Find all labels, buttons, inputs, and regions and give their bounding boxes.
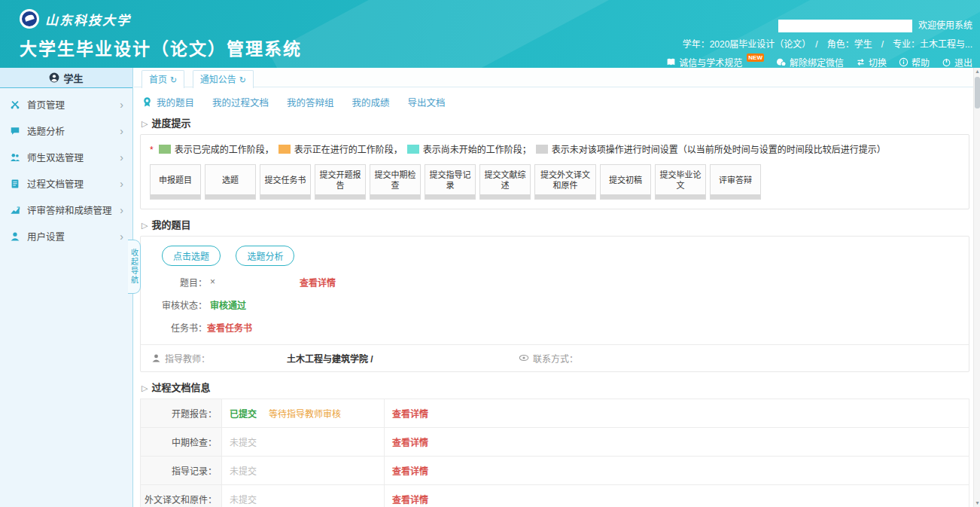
stage-status-bar [151, 194, 200, 199]
role-label: 学生 [63, 71, 83, 85]
user-circle-icon [49, 72, 59, 83]
view-task-book-link[interactable]: 查看任务书 [207, 321, 252, 334]
system-title: 大学生毕业设计（论文）管理系统 [20, 35, 302, 60]
sidebar-item-mutual-selection[interactable]: 师生双选管理 › [0, 144, 132, 170]
refresh-icon[interactable]: ↻ [170, 75, 177, 84]
switch-icon [856, 57, 866, 67]
integrity-link[interactable]: 诚信与学术规范 NEW [666, 56, 764, 68]
tab-my-topic[interactable]: 我的题目 [142, 95, 194, 109]
contact-label: 联系方式： [533, 352, 578, 365]
users-icon [10, 152, 20, 163]
doc-row-label: 开题报告： [141, 399, 222, 427]
scroll-down-arrow[interactable]: ▾ [974, 499, 980, 507]
badge-icon [142, 96, 153, 108]
stage-declare-topic: 申报题目 [150, 164, 201, 200]
stage-final-thesis: 提交毕业论文 [655, 164, 706, 200]
stage-status-bar [205, 194, 255, 199]
view-detail-link[interactable]: 查看详情 [392, 464, 428, 477]
stage-task-book: 提交任务书 [260, 164, 311, 200]
doc-status: 未提交 [230, 464, 257, 477]
table-row-opening-report: 开题报告： 已提交等待指导教师审核 查看详情 [141, 399, 969, 428]
progress-section-title: ▷进度提示 [142, 115, 969, 130]
document-icon [10, 179, 20, 189]
content-tab-bar: 我的题目 我的过程文档 我的答辩组 我的成绩 导出文档 [142, 95, 969, 109]
stage-review-defense: 评审答辩 [710, 164, 761, 200]
contact-info: 联系方式： [519, 352, 578, 365]
scroll-up-arrow[interactable]: ▴ [974, 68, 980, 75]
sidebar-item-topic-analysis[interactable]: 选题分析 › [0, 118, 132, 144]
choose-topic-button[interactable]: 点击选题 [162, 246, 221, 266]
sidebar-item-user-settings[interactable]: 用户设置 › [0, 223, 132, 249]
topic-title-value: × [210, 276, 215, 287]
university-name: 山东科技大学 [45, 10, 131, 29]
stage-opening-report: 提交开题报告 [315, 164, 366, 200]
stage-first-draft: 提交初稿 [600, 164, 651, 200]
doc-status-extra: 等待指导教师审核 [269, 407, 341, 420]
stage-status-bar [535, 194, 595, 199]
topic-detail-link[interactable]: 查看详情 [300, 276, 336, 289]
chevron-right-icon: › [120, 204, 123, 216]
doc-status: 未提交 [230, 493, 257, 505]
tab-my-defense-group[interactable]: 我的答辩组 [287, 95, 334, 109]
content: 我的题目 我的过程文档 我的答辩组 我的成绩 导出文档 ▷进度提示 *表示已完成… [134, 87, 980, 507]
task-book-label: 任务书： [141, 321, 207, 334]
refresh-icon[interactable]: ↻ [239, 75, 246, 84]
person-icon [151, 353, 161, 363]
doc-row-label: 指导记录： [141, 457, 222, 484]
stage-select-topic: 选题 [205, 164, 256, 200]
tools-icon [10, 99, 20, 110]
stage-status-bar [260, 194, 310, 199]
role-header: 学生 [0, 68, 132, 88]
tab-my-process-docs[interactable]: 我的过程文档 [212, 95, 269, 109]
collapse-nav-handle[interactable]: 收起导航 [128, 240, 141, 294]
required-star: * [150, 145, 154, 155]
tab-home[interactable]: 首页↻ [142, 70, 184, 88]
table-row-midterm-check: 中期检查： 未提交 查看详情 [141, 428, 969, 457]
doc-row-label: 外文译文和原件： [141, 485, 222, 507]
power-icon [942, 57, 951, 67]
help-link[interactable]: 帮助 [899, 56, 930, 68]
user-icon [10, 231, 20, 242]
stage-status-bar [656, 194, 705, 199]
tab-notices[interactable]: 通知公告↻ [193, 70, 254, 88]
wechat-icon [776, 58, 787, 67]
section-arrow-icon: ▷ [142, 119, 148, 128]
sidebar-item-process-documents[interactable]: 过程文档管理 › [0, 170, 132, 197]
session-meta: 学年：2020届毕业设计（论文） / 角色：学生 / 专业：土木工程与... [666, 37, 972, 50]
topic-title-row: 题目： × 查看详情 [141, 276, 969, 289]
legend-swatch-done [159, 145, 171, 154]
sidebar-item-review-defense-grades[interactable]: 评审答辩和成绩管理 › [0, 197, 132, 223]
progress-stages: 申报题目 选题 提交任务书 提交开题报告 提交中期检查 提交指导记录 提交文献综… [150, 164, 960, 200]
advisor-department: 土木工程与建筑学院 / [287, 352, 373, 365]
view-detail-link[interactable]: 查看详情 [392, 407, 428, 420]
chevron-right-icon: › [120, 151, 123, 163]
scrollbar-thumb[interactable] [975, 77, 980, 108]
doc-row-label: 中期检查： [141, 428, 222, 456]
topic-analysis-button[interactable]: 选题分析 [236, 246, 294, 266]
chevron-right-icon: › [120, 178, 123, 190]
view-detail-link[interactable]: 查看详情 [392, 493, 428, 505]
tab-export-docs[interactable]: 导出文档 [408, 95, 446, 109]
table-row-guidance-record: 指导记录： 未提交 查看详情 [141, 457, 969, 485]
task-book-row: 任务书： 查看任务书 [141, 321, 969, 334]
process-documents-table: 开题报告： 已提交等待指导教师审核 查看详情 中期检查： 未提交 查看详情 指导… [140, 399, 969, 507]
section-arrow-icon: ▷ [142, 383, 148, 392]
scrollbar[interactable]: ▴ ▾ [973, 68, 980, 507]
table-row-foreign-translation: 外文译文和原件： 未提交 查看详情 [141, 485, 969, 507]
tab-my-grades[interactable]: 我的成绩 [352, 95, 390, 109]
switch-role-link[interactable]: 切换 [856, 56, 887, 68]
stage-status-bar [370, 194, 420, 199]
sidebar-item-homepage-management[interactable]: 首页管理 › [0, 91, 132, 118]
audit-status-label: 审核状态： [141, 298, 207, 311]
stage-guidance-record: 提交指导记录 [425, 164, 476, 200]
stage-status-bar [315, 194, 365, 199]
university-logo-icon [20, 9, 39, 29]
advisor-label: 指导教师： [165, 352, 210, 365]
app-window: 山东科技大学 大学生毕业设计（论文）管理系统 欢迎使用系统 学年：2020届毕业… [0, 0, 980, 507]
progress-legend: *表示已完成的工作阶段，表示正在进行的工作阶段，表示尚未开始的工作阶段；表示未对… [150, 142, 960, 155]
header-right: 欢迎使用系统 学年：2020届毕业设计（论文） / 角色：学生 / 专业：土木工… [666, 18, 972, 68]
unbind-wechat-link[interactable]: 解除绑定微信 [776, 56, 844, 68]
chart-icon [10, 205, 20, 215]
logout-link[interactable]: 退出 [942, 56, 972, 68]
view-detail-link[interactable]: 查看详情 [392, 435, 428, 448]
